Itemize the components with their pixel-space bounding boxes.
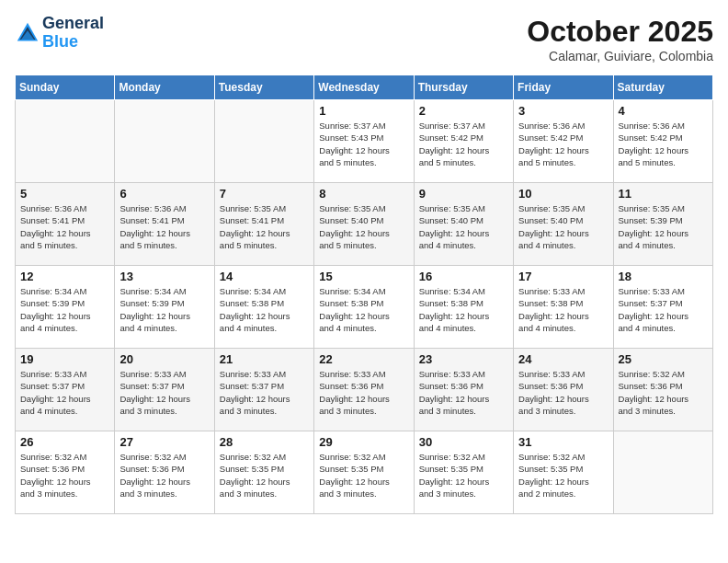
day-number: 10 (518, 187, 608, 201)
day-number: 7 (220, 187, 309, 201)
day-info: Sunrise: 5:32 AM Sunset: 5:35 PM Dayligh… (220, 451, 309, 500)
calendar-day-cell: 17Sunrise: 5:33 AM Sunset: 5:38 PM Dayli… (514, 266, 613, 349)
calendar-day-cell: 29Sunrise: 5:32 AM Sunset: 5:35 PM Dayli… (314, 431, 414, 514)
day-info: Sunrise: 5:34 AM Sunset: 5:39 PM Dayligh… (20, 285, 109, 334)
calendar-day-cell: 26Sunrise: 5:32 AM Sunset: 5:36 PM Dayli… (16, 431, 115, 514)
day-number: 21 (220, 352, 309, 366)
day-info: Sunrise: 5:32 AM Sunset: 5:36 PM Dayligh… (20, 451, 109, 500)
day-info: Sunrise: 5:35 AM Sunset: 5:40 PM Dayligh… (419, 202, 508, 251)
calendar-day-cell (115, 100, 214, 183)
page-header: GeneralBlue October 2025 Calamar, Guivia… (15, 15, 713, 63)
day-number: 20 (119, 352, 209, 366)
logo-text: GeneralBlue (42, 15, 104, 52)
day-info: Sunrise: 5:32 AM Sunset: 5:36 PM Dayligh… (119, 451, 209, 500)
day-number: 27 (119, 435, 209, 449)
day-info: Sunrise: 5:37 AM Sunset: 5:42 PM Dayligh… (419, 120, 508, 168)
calendar-week-row: 1Sunrise: 5:37 AM Sunset: 5:43 PM Daylig… (16, 100, 713, 183)
weekday-header: Friday (514, 75, 613, 100)
weekday-header: Monday (115, 75, 214, 100)
day-number: 30 (419, 435, 508, 449)
calendar-week-row: 19Sunrise: 5:33 AM Sunset: 5:37 PM Dayli… (16, 349, 713, 431)
day-number: 8 (319, 187, 408, 201)
day-number: 9 (419, 187, 508, 201)
calendar-day-cell: 7Sunrise: 5:35 AM Sunset: 5:41 PM Daylig… (214, 183, 313, 266)
day-number: 24 (518, 352, 608, 366)
calendar-week-row: 26Sunrise: 5:32 AM Sunset: 5:36 PM Dayli… (16, 431, 713, 514)
calendar-day-cell: 13Sunrise: 5:34 AM Sunset: 5:39 PM Dayli… (115, 266, 214, 349)
day-info: Sunrise: 5:35 AM Sunset: 5:41 PM Dayligh… (220, 202, 309, 251)
day-info: Sunrise: 5:37 AM Sunset: 5:43 PM Dayligh… (319, 120, 408, 168)
calendar-day-cell: 22Sunrise: 5:33 AM Sunset: 5:36 PM Dayli… (314, 349, 414, 431)
day-info: Sunrise: 5:34 AM Sunset: 5:38 PM Dayligh… (319, 285, 408, 334)
calendar-day-cell: 12Sunrise: 5:34 AM Sunset: 5:39 PM Dayli… (16, 266, 115, 349)
day-info: Sunrise: 5:33 AM Sunset: 5:36 PM Dayligh… (319, 368, 408, 417)
calendar-day-cell: 1Sunrise: 5:37 AM Sunset: 5:43 PM Daylig… (314, 100, 414, 183)
day-info: Sunrise: 5:36 AM Sunset: 5:42 PM Dayligh… (619, 120, 708, 168)
day-number: 6 (119, 187, 209, 201)
day-info: Sunrise: 5:35 AM Sunset: 5:40 PM Dayligh… (518, 202, 608, 251)
day-info: Sunrise: 5:32 AM Sunset: 5:35 PM Dayligh… (518, 451, 608, 500)
calendar-day-cell: 8Sunrise: 5:35 AM Sunset: 5:40 PM Daylig… (314, 183, 414, 266)
day-number: 15 (319, 270, 408, 283)
calendar-week-row: 12Sunrise: 5:34 AM Sunset: 5:39 PM Dayli… (16, 266, 713, 349)
calendar-day-cell: 4Sunrise: 5:36 AM Sunset: 5:42 PM Daylig… (613, 100, 712, 183)
day-info: Sunrise: 5:34 AM Sunset: 5:38 PM Dayligh… (419, 285, 508, 334)
day-info: Sunrise: 5:33 AM Sunset: 5:37 PM Dayligh… (619, 285, 708, 334)
weekday-header: Thursday (414, 75, 513, 100)
day-info: Sunrise: 5:33 AM Sunset: 5:37 PM Dayligh… (119, 368, 209, 417)
day-number: 1 (319, 104, 408, 118)
calendar-table: SundayMondayTuesdayWednesdayThursdayFrid… (15, 75, 713, 514)
day-number: 29 (319, 435, 408, 449)
day-info: Sunrise: 5:33 AM Sunset: 5:37 PM Dayligh… (220, 368, 309, 417)
day-number: 22 (319, 352, 408, 366)
calendar-day-cell: 28Sunrise: 5:32 AM Sunset: 5:35 PM Dayli… (214, 431, 313, 514)
calendar-day-cell: 24Sunrise: 5:33 AM Sunset: 5:36 PM Dayli… (514, 349, 613, 431)
calendar-day-cell: 6Sunrise: 5:36 AM Sunset: 5:41 PM Daylig… (115, 183, 214, 266)
day-info: Sunrise: 5:35 AM Sunset: 5:40 PM Dayligh… (319, 202, 408, 251)
calendar-day-cell: 11Sunrise: 5:35 AM Sunset: 5:39 PM Dayli… (613, 183, 712, 266)
calendar-day-cell: 21Sunrise: 5:33 AM Sunset: 5:37 PM Dayli… (214, 349, 313, 431)
day-number: 12 (20, 270, 109, 283)
calendar-day-cell: 18Sunrise: 5:33 AM Sunset: 5:37 PM Dayli… (613, 266, 712, 349)
day-info: Sunrise: 5:33 AM Sunset: 5:38 PM Dayligh… (518, 285, 608, 334)
day-number: 13 (119, 270, 209, 283)
calendar-day-cell (16, 100, 115, 183)
day-number: 31 (518, 435, 608, 449)
day-number: 28 (220, 435, 309, 449)
weekday-header: Tuesday (214, 75, 313, 100)
day-info: Sunrise: 5:33 AM Sunset: 5:36 PM Dayligh… (419, 368, 508, 417)
month-title: October 2025 (527, 15, 713, 49)
day-info: Sunrise: 5:32 AM Sunset: 5:35 PM Dayligh… (419, 451, 508, 500)
day-info: Sunrise: 5:32 AM Sunset: 5:35 PM Dayligh… (319, 451, 408, 500)
calendar-day-cell: 20Sunrise: 5:33 AM Sunset: 5:37 PM Dayli… (115, 349, 214, 431)
day-info: Sunrise: 5:36 AM Sunset: 5:41 PM Dayligh… (20, 202, 109, 251)
calendar-day-cell: 10Sunrise: 5:35 AM Sunset: 5:40 PM Dayli… (514, 183, 613, 266)
calendar-day-cell: 30Sunrise: 5:32 AM Sunset: 5:35 PM Dayli… (414, 431, 513, 514)
day-number: 5 (20, 187, 109, 201)
day-number: 17 (518, 270, 608, 283)
day-number: 11 (619, 187, 708, 201)
calendar-day-cell: 16Sunrise: 5:34 AM Sunset: 5:38 PM Dayli… (414, 266, 513, 349)
weekday-header: Sunday (16, 75, 115, 100)
calendar-day-cell: 15Sunrise: 5:34 AM Sunset: 5:38 PM Dayli… (314, 266, 414, 349)
day-number: 23 (419, 352, 508, 366)
weekday-header: Wednesday (314, 75, 414, 100)
calendar-day-cell: 5Sunrise: 5:36 AM Sunset: 5:41 PM Daylig… (16, 183, 115, 266)
calendar-day-cell: 14Sunrise: 5:34 AM Sunset: 5:38 PM Dayli… (214, 266, 313, 349)
day-number: 16 (419, 270, 508, 283)
logo: GeneralBlue (15, 15, 104, 52)
day-info: Sunrise: 5:34 AM Sunset: 5:38 PM Dayligh… (220, 285, 309, 334)
calendar-day-cell: 27Sunrise: 5:32 AM Sunset: 5:36 PM Dayli… (115, 431, 214, 514)
location-subtitle: Calamar, Guiviare, Colombia (527, 49, 713, 63)
day-info: Sunrise: 5:32 AM Sunset: 5:36 PM Dayligh… (619, 368, 708, 417)
title-block: October 2025 Calamar, Guiviare, Colombia (527, 15, 713, 63)
day-info: Sunrise: 5:34 AM Sunset: 5:39 PM Dayligh… (119, 285, 209, 334)
calendar-day-cell (214, 100, 313, 183)
calendar-week-row: 5Sunrise: 5:36 AM Sunset: 5:41 PM Daylig… (16, 183, 713, 266)
calendar-day-cell: 25Sunrise: 5:32 AM Sunset: 5:36 PM Dayli… (613, 349, 712, 431)
day-number: 26 (20, 435, 109, 449)
day-number: 2 (419, 104, 508, 118)
weekday-header: Saturday (613, 75, 712, 100)
calendar-day-cell (613, 431, 712, 514)
day-number: 19 (20, 352, 109, 366)
